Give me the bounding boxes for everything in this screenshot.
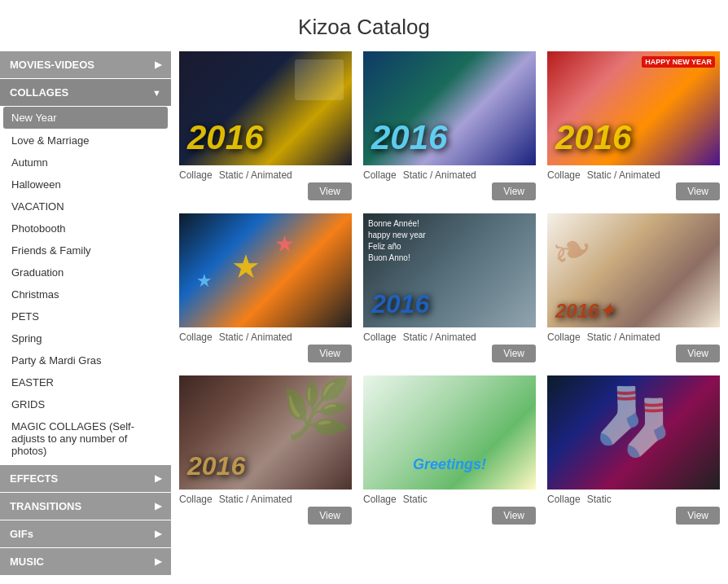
sidebar-section-label: MOVIES-VIDEOS [10,59,94,71]
main-content: 2016 Collage Static / Animated View 2016 [171,51,728,584]
collage-type: Static / Animated [403,332,476,343]
collage-type: Static / Animated [219,332,292,343]
collage-label: Collage [179,332,213,343]
collage-label: Collage [363,332,397,343]
collage-thumb-8: Greetings! [363,375,536,490]
collage-type: Static / Animated [219,169,292,181]
sidebar-item-autumn[interactable]: Autumn [0,151,171,173]
year-overlay: 2016 [371,289,429,319]
collage-card-1: 2016 Collage Static / Animated View [179,51,352,200]
sidebar-item-collages[interactable]: COLLAGES ▼ [0,79,171,106]
view-button-3[interactable]: View [676,182,720,200]
collage-thumb-4: ★ ★ ★ [179,213,352,327]
page-title: Kizoa Catalog [0,0,728,51]
view-button-8[interactable]: View [492,507,536,525]
collage-label: Collage [547,332,581,343]
greetings-overlay: Greetings! [413,456,486,473]
view-button-4[interactable]: View [308,345,352,362]
sidebar-section-label: GIFs [10,528,33,540]
sidebar-item-magic-collages[interactable]: MAGIC COLLAGES (Self-adjusts to any numb… [0,415,171,462]
sidebar-section-label: TRANSITIONS [10,500,81,512]
sidebar-item-music[interactable]: MUSIC ▶ [0,548,171,575]
year-overlay: 2016✦ [555,300,615,323]
collage-label: Collage [547,494,581,505]
collage-card-8: Greetings! Collage Static View [363,375,536,525]
hny-overlay: HAPPY NEW YEAR [642,56,715,68]
collage-type: Static / Animated [403,169,476,181]
collage-card-5: 2016 Bonne Année!happy new yearFeliz año… [363,213,536,362]
sidebar-item-gifs[interactable]: GIFs ▶ [0,520,171,547]
collage-label: Collage [363,169,397,181]
collage-card-4: ★ ★ ★ Collage Static / Animated View [179,213,352,362]
sidebar-item-love-marriage[interactable]: Love & Marriage [0,130,171,151]
sidebar-item-friends-family[interactable]: Friends & Family [0,239,171,261]
sidebar-item-vacation[interactable]: VACATION [0,195,171,217]
collage-card-6: 2016✦ ❧ Collage Static / Animated View [547,213,720,362]
view-button-6[interactable]: View [676,345,720,362]
collage-grid: 2016 Collage Static / Animated View 2016 [179,51,720,525]
collage-thumb-1: 2016 [179,51,352,165]
collage-card-2: 2016 Collage Static / Animated View [363,51,536,200]
sidebar-section-label: MUSIC [10,555,44,568]
view-button-2[interactable]: View [492,182,536,200]
sidebar-item-halloween[interactable]: Halloween [0,173,171,195]
collage-thumb-3: HAPPY NEW YEAR 2016 [547,51,720,165]
view-button-9[interactable]: View [676,507,720,525]
year-overlay: 2016 [555,118,631,157]
collage-type: Static [403,494,428,505]
collage-label: Collage [547,169,581,181]
collage-thumb-5: 2016 Bonne Année!happy new yearFeliz año… [363,213,536,327]
sidebar-item-graduation[interactable]: Graduation [0,261,171,283]
view-button-1[interactable]: View [308,182,352,200]
sidebar-item-movies-videos[interactable]: MOVIES-VIDEOS ▶ [0,51,171,78]
year-overlay: 2016 [371,118,447,157]
sidebar-item-party-mardi-gras[interactable]: Party & Mardi Gras [0,349,171,371]
collage-label: Collage [179,494,213,505]
collage-type: Static [587,494,612,505]
collage-card-7: 2016 🌿 Collage Static / Animated View [179,375,352,525]
chevron-right-icon: ▶ [155,501,161,512]
collage-label: Collage [363,494,397,505]
chevron-right-icon: ▶ [155,473,161,484]
sidebar-item-grids[interactable]: GRIDS [0,393,171,415]
year-overlay: 2016 [187,451,245,481]
collage-type: Static / Animated [587,169,660,181]
sidebar-section-label: EFFECTS [10,472,58,485]
year-overlay: 2016 [187,118,263,157]
collage-card-3: HAPPY NEW YEAR 2016 Collage Static / Ani… [547,51,720,200]
sidebar-item-easter[interactable]: EASTER [0,371,171,393]
collage-thumb-6: 2016✦ ❧ [547,213,720,327]
collage-card-9: 🧦 Collage Static View [547,375,720,525]
sidebar-item-photobooth[interactable]: Photobooth [0,217,171,239]
collage-thumb-9: 🧦 [547,375,720,490]
view-button-7[interactable]: View [308,507,352,525]
sidebar-item-christmas[interactable]: Christmas [0,283,171,305]
sidebar: MOVIES-VIDEOS ▶ COLLAGES ▼ New Year Love… [0,51,171,584]
chevron-down-icon: ▼ [152,88,161,98]
collage-label: Collage [179,169,213,181]
chevron-right-icon: ▶ [155,556,161,567]
collage-thumb-7: 2016 🌿 [179,375,352,490]
sidebar-section-label: COLLAGES [10,86,68,99]
sidebar-item-transitions[interactable]: TRANSITIONS ▶ [0,493,171,520]
sidebar-item-spring[interactable]: Spring [0,327,171,349]
collage-type: Static / Animated [587,332,660,343]
view-button-5[interactable]: View [492,345,536,362]
sidebar-item-new-year[interactable]: New Year [3,107,168,129]
sidebar-item-effects[interactable]: EFFECTS ▶ [0,465,171,492]
chevron-right-icon: ▶ [155,529,161,539]
sidebar-item-pets[interactable]: PETS [0,305,171,327]
chevron-right-icon: ▶ [155,59,161,70]
collage-type: Static / Animated [219,494,292,505]
collage-thumb-2: 2016 [363,51,536,165]
